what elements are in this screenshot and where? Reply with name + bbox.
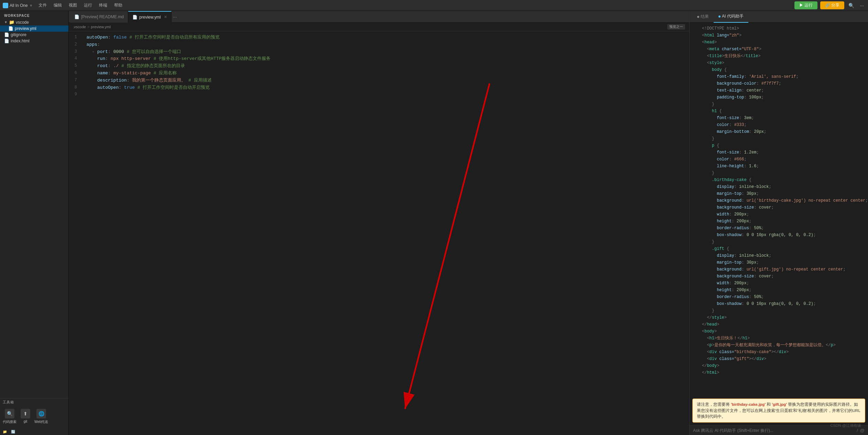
code-view-line-25: margin-top: 30px; xyxy=(690,191,868,198)
code-view-line-50: </body> xyxy=(690,363,868,370)
breadcrumb: .vscode > preview.yml 预览之一 xyxy=(69,23,689,31)
tab-readme[interactable]: 📄 [Preview] README.md xyxy=(70,11,128,23)
code-view-line-38: width: 200px; xyxy=(690,280,868,287)
code-view-line-41: box-shadow: 0 0 10px rgba(0, 0, 0, 0.2); xyxy=(690,301,868,308)
ai-input-icons: / @ xyxy=(857,428,865,433)
code-view-line-17: } xyxy=(690,136,868,142)
code-view[interactable]: <!DOCTYPE html> <html lang="zh"> <head> … xyxy=(690,23,868,396)
tool-refresh[interactable]: 🔄 xyxy=(11,430,15,434)
tool-folder[interactable]: 📁 xyxy=(3,430,7,434)
svg-line-1 xyxy=(405,83,490,409)
nav-run[interactable]: 运行 xyxy=(83,2,94,9)
topbar-nav: 文件 编辑 视图 运行 终端 帮助 xyxy=(37,2,124,9)
right-panel: 结果 AI 代码助手 <!DOCTYPE html> <html lang="z… xyxy=(689,11,868,435)
ai-notice: 请注意，您需要将 'birthday-cake.jpg' 和 'gift.jpg… xyxy=(692,399,865,423)
tree-label-previewyml: preview.yml xyxy=(15,26,36,31)
code-line-7: 7 description: 我的第一个静态页面应用。 # 应用描述 xyxy=(69,77,689,84)
code-view-line-23: .birthday-cake { xyxy=(690,177,868,184)
notice-text: 请注意，您需要将 'birthday-cake.jpg' 和 'gift.jpg… xyxy=(697,402,860,418)
tool-web[interactable]: 🌐 Web托送 xyxy=(34,409,48,424)
sidebar-tools2: 📁 🔄 xyxy=(0,426,68,435)
tree-item-indexhtml[interactable]: 📄 index.html xyxy=(0,38,68,44)
tree-label-gitignore: gitignore xyxy=(11,32,26,37)
nav-file[interactable]: 文件 xyxy=(37,2,48,9)
logo-icon xyxy=(3,3,8,8)
git-icon: ⬆ xyxy=(21,409,30,418)
chevron-down-icon: ▼ xyxy=(4,20,8,24)
tab-result[interactable]: 结果 xyxy=(692,11,714,23)
breadcrumb-sep1: > xyxy=(87,25,89,29)
refresh-icon: 🔄 xyxy=(11,430,15,434)
code-view-line-18: p { xyxy=(690,142,868,149)
main-layout: WORKSPACE ▼ 📁 vscode 📄 preview.yml 📄 git… xyxy=(0,11,868,435)
sidebar: WORKSPACE ▼ 📁 vscode 📄 preview.yml 📄 git… xyxy=(0,11,69,435)
search-icon: 🔍 xyxy=(5,409,14,418)
tab-ai-assistant[interactable]: AI 代码助手 xyxy=(714,11,748,23)
code-view-line-37: background-size: cover; xyxy=(690,273,868,280)
code-view-line-6: <style> xyxy=(690,60,868,67)
code-view-line-42: } xyxy=(690,308,868,315)
code-view-line-10: text-align: center; xyxy=(690,87,868,94)
tool-label-git: git xyxy=(24,420,28,423)
tool-label-web: Web托送 xyxy=(34,420,48,424)
tool-label-search: 代码搜索 xyxy=(3,420,17,424)
code-view-line-2: <html lang="zh"> xyxy=(690,32,868,39)
code-line-6: 6 name: my-static-page # 应用名称 xyxy=(69,70,689,77)
code-view-line-48: <div class="birthday-cake"></div> xyxy=(690,349,868,356)
share-button[interactable]: 🔗 分享 xyxy=(820,1,844,9)
preview-label: 预览之一 xyxy=(667,24,685,30)
code-view-line-39: height: 200px; xyxy=(690,287,868,294)
ai-input[interactable] xyxy=(693,428,855,433)
code-view-line-40: border-radius: 50%; xyxy=(690,294,868,301)
tab-previewyml[interactable]: 📄 preview.yml ✕ xyxy=(128,11,172,23)
breadcrumb-previewyml[interactable]: preview.yml xyxy=(91,25,110,29)
nav-help[interactable]: 帮助 xyxy=(113,2,124,9)
at-icon[interactable]: @ xyxy=(860,428,865,433)
tree-item-previewyml[interactable]: 📄 preview.yml xyxy=(0,25,68,32)
breadcrumb-vscode[interactable]: .vscode xyxy=(73,25,86,29)
slash-icon[interactable]: / xyxy=(857,428,858,433)
tab-dot-result xyxy=(697,16,699,18)
web-icon: 🌐 xyxy=(36,409,46,418)
topbar-actions: ▶ 运行 🔗 分享 🔍 ··· xyxy=(794,1,865,9)
code-view-line-16: margin-bottom: 20px; xyxy=(690,129,868,136)
sidebar-tools: 🔍 代码搜索 ⬆ git 🌐 Web托送 xyxy=(0,406,68,426)
more-tabs-icon[interactable]: ··· xyxy=(173,14,177,20)
app-name: All In One xyxy=(10,3,28,8)
tools-title: 工具箱 xyxy=(0,399,68,406)
code-line-8: 8 autoOpen: true # 打开工作空间时是否自动开启预览 xyxy=(69,84,689,92)
folder-icon2: 📁 xyxy=(3,430,7,434)
tree-item-gitignore[interactable]: 📄 gitignore xyxy=(0,32,68,38)
file-tree: ▼ 📁 vscode 📄 preview.yml 📄 gitignore 📄 i… xyxy=(0,19,68,209)
code-view-line-12: } xyxy=(690,101,868,108)
nav-view[interactable]: 视图 xyxy=(67,2,78,9)
code-line-4: 4 run: npx http-server # 使用http-server或其… xyxy=(69,55,689,63)
more-icon[interactable]: ··· xyxy=(858,2,865,9)
tab-label-ai: AI 代码助手 xyxy=(722,13,744,19)
chevron-down-icon: ▼ xyxy=(29,3,33,8)
tool-git[interactable]: ⬆ git xyxy=(21,409,30,424)
tree-label-indexhtml: index.html xyxy=(11,39,30,43)
code-view-line-47: <p>是你的每一天都充满阳光和欢笑，每一个梦想都能加是以偿。</p> xyxy=(690,342,868,349)
tab-close-icon[interactable]: ✕ xyxy=(164,15,167,19)
nav-terminal[interactable]: 终端 xyxy=(98,2,109,9)
code-view-line-1: <!DOCTYPE html> xyxy=(690,25,868,32)
nav-edit[interactable]: 编辑 xyxy=(52,2,63,9)
code-view-line-11: padding-top: 100px; xyxy=(690,94,868,101)
run-button[interactable]: ▶ 运行 xyxy=(794,1,817,9)
folder-icon: 📁 xyxy=(9,20,14,25)
code-editor[interactable]: 1 autoOpen: false # 打开工作空间时是否自动启所有应用的预览 … xyxy=(69,31,689,435)
code-view-line-32: } xyxy=(690,239,868,246)
tree-label-vscode: vscode xyxy=(16,20,29,25)
search-icon[interactable]: 🔍 xyxy=(847,2,856,9)
code-view-line-7: body { xyxy=(690,67,868,74)
watermark: CSDN @江湖有缘 xyxy=(831,423,861,428)
tool-code-search[interactable]: 🔍 代码搜索 xyxy=(3,409,17,424)
tree-item-vscode[interactable]: ▼ 📁 vscode xyxy=(0,19,68,25)
code-view-line-22: } xyxy=(690,170,868,177)
tab-label-previewyml: preview.yml xyxy=(139,15,161,20)
code-view-line-15: color: #333; xyxy=(690,122,868,129)
app-logo: All In One ▼ xyxy=(3,3,33,8)
code-line-9: 9 xyxy=(69,91,689,98)
code-line-3: 3 - port: 0000 # 您可以自由选择一个端口 xyxy=(69,49,689,56)
